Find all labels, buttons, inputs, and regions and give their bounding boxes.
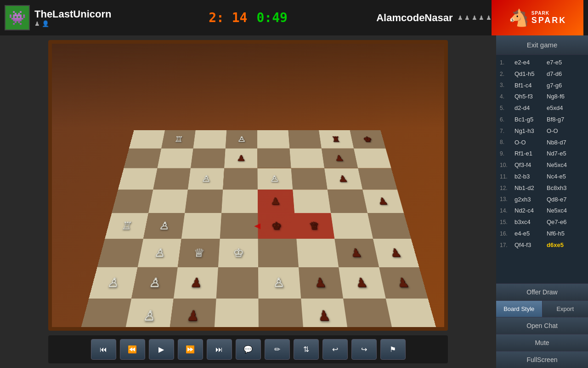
board-cell[interactable]: [293, 190, 331, 213]
board-cell[interactable]: [289, 149, 324, 168]
board-cell[interactable]: [291, 168, 328, 190]
board-cell[interactable]: [214, 299, 259, 331]
board-cell[interactable]: ♕: [178, 239, 220, 267]
mute-button[interactable]: Mute: [496, 334, 588, 351]
resign-button[interactable]: ⚑: [380, 339, 406, 360]
board-cell[interactable]: [112, 190, 153, 213]
board-cell[interactable]: ♟: [299, 267, 343, 299]
fullscreen-button[interactable]: FullScreen: [496, 351, 588, 368]
piece-b-R: ♜: [331, 136, 341, 143]
move-row[interactable]: 10.Qf3-f4Ne5xc4: [496, 160, 588, 171]
board-cell[interactable]: ♙: [89, 267, 137, 299]
move-row[interactable]: 3.Bf1-c4g7-g6: [496, 80, 588, 92]
board-cell[interactable]: [157, 149, 193, 168]
move-row[interactable]: 5.d2-d4e5xd4: [496, 103, 588, 114]
last-move-button[interactable]: ⏭: [207, 339, 232, 360]
play-button[interactable]: ▶: [149, 339, 174, 360]
board-cell[interactable]: ♟: [324, 168, 362, 190]
board-cell[interactable]: ♙: [124, 299, 174, 331]
board-cell[interactable]: ♖: [161, 130, 196, 149]
flip-board-button[interactable]: ⇅: [294, 339, 319, 360]
board-cell[interactable]: ♛: [294, 213, 335, 239]
board-cell[interactable]: [220, 213, 258, 239]
move-row[interactable]: 2.Qd1-h5d7-d6: [496, 69, 588, 80]
board-cell[interactable]: [328, 190, 368, 213]
chess-board[interactable]: ♖♙♜♚♟♟♙♙♟♟♟♖♙♚◀♛♙♕♔♟♟♙♙♟♙♟♟♟♙♟♟: [48, 40, 448, 331]
board-cell[interactable]: [258, 299, 303, 331]
move-row[interactable]: 4.Qh5-f3Ng8-f6: [496, 91, 588, 103]
move-row[interactable]: 6.Bc1-g5Bf8-g7: [496, 114, 588, 126]
move-row[interactable]: 9.Rf1-e1Nd7-e5: [496, 148, 588, 160]
move-row[interactable]: 16.e4-e5Nf6-h5: [496, 228, 588, 240]
board-cell[interactable]: ♟: [169, 299, 216, 331]
board-cell[interactable]: ♟: [224, 149, 258, 168]
board-cell[interactable]: ♟: [339, 267, 385, 299]
board-cell[interactable]: [191, 149, 225, 168]
board-cell[interactable]: ♙: [258, 267, 301, 299]
board-grid[interactable]: ♖♙♜♚♟♟♙♙♟♟♟♖♙♚◀♛♙♕♔♟♟♙♙♟♙♟♟♟♙♟♟: [79, 130, 438, 331]
export-button[interactable]: Export: [543, 301, 588, 317]
board-cell[interactable]: [368, 213, 411, 239]
board-cell[interactable]: ♟: [301, 299, 348, 331]
move-row[interactable]: 13.g2xh3Qd8-e7: [496, 194, 588, 206]
board-cell[interactable]: ♙: [258, 168, 293, 190]
open-chat-button[interactable]: Open Chat: [496, 317, 588, 334]
board-cell[interactable]: [193, 130, 226, 149]
board-cell[interactable]: ♚: [350, 130, 385, 149]
board-cell[interactable]: [257, 130, 289, 149]
annotate-button[interactable]: ✏: [265, 339, 290, 360]
move-row[interactable]: 8.O-ONb8-d7: [496, 137, 588, 149]
board-cell[interactable]: ♟: [373, 239, 419, 267]
board-cell[interactable]: [185, 190, 223, 213]
board-cell[interactable]: [221, 190, 258, 213]
move-row[interactable]: 12.Nb1-d2Bc8xh3: [496, 183, 588, 194]
forward-button[interactable]: ↪: [351, 339, 377, 360]
board-cell[interactable]: [358, 168, 397, 190]
move-row[interactable]: 14.Nd2-c4Ne5xc4: [496, 205, 588, 217]
exit-game-button[interactable]: Exit game: [496, 35, 588, 55]
board-cell[interactable]: ♚◀: [258, 213, 296, 239]
first-move-button[interactable]: ⏮: [91, 339, 116, 360]
board-cell[interactable]: [118, 168, 157, 190]
move-row[interactable]: 15.b3xc4Qe7-e6: [496, 217, 588, 228]
board-cell[interactable]: ♔: [218, 239, 258, 267]
move-row[interactable]: 1.e2-e4e7-e5: [496, 57, 588, 69]
board-cell[interactable]: [343, 299, 393, 331]
board-cell[interactable]: ♟: [258, 190, 294, 213]
move-row[interactable]: 11.b2-b3Nc4-e5: [496, 171, 588, 183]
board-cell[interactable]: ♙: [143, 213, 185, 239]
board-cell[interactable]: [97, 239, 143, 267]
board-cell[interactable]: [288, 130, 322, 149]
offer-draw-button[interactable]: Offer Draw: [496, 283, 588, 300]
board-cell[interactable]: ♟: [362, 190, 404, 213]
board-cell[interactable]: ♜: [319, 130, 354, 149]
board-cell[interactable]: [296, 239, 339, 267]
board-cell[interactable]: [258, 239, 299, 267]
board-style-button[interactable]: Board Style: [496, 301, 543, 317]
board-cell[interactable]: [124, 149, 161, 168]
move-row[interactable]: 17.Qf4-f3d6xe5: [496, 240, 588, 251]
board-cell[interactable]: [216, 267, 258, 299]
chat-button[interactable]: 💬: [236, 339, 261, 360]
move-row[interactable]: 7.Ng1-h3O-O: [496, 126, 588, 137]
board-cell[interactable]: ♟: [174, 267, 218, 299]
board-cell[interactable]: ♙: [225, 130, 257, 149]
take-back-button[interactable]: ↩: [322, 339, 348, 360]
board-cell[interactable]: [153, 168, 191, 190]
next-move-button[interactable]: ⏩: [178, 339, 203, 360]
board-cell[interactable]: ♟: [322, 149, 358, 168]
board-cell[interactable]: ♙: [188, 168, 224, 190]
board-cell[interactable]: [223, 168, 258, 190]
board-cell[interactable]: ♖: [105, 213, 148, 239]
board-cell[interactable]: [354, 149, 391, 168]
prev-move-button[interactable]: ⏪: [120, 339, 145, 360]
board-cell[interactable]: [79, 299, 131, 331]
board-cell[interactable]: [181, 213, 221, 239]
board-cell[interactable]: ♙: [131, 267, 178, 299]
board-cell[interactable]: ♟: [334, 239, 379, 267]
board-cell[interactable]: ♙: [137, 239, 181, 267]
board-cell[interactable]: [331, 213, 373, 239]
board-cell[interactable]: [148, 190, 188, 213]
board-cell[interactable]: [129, 130, 165, 149]
board-cell[interactable]: [257, 149, 291, 168]
